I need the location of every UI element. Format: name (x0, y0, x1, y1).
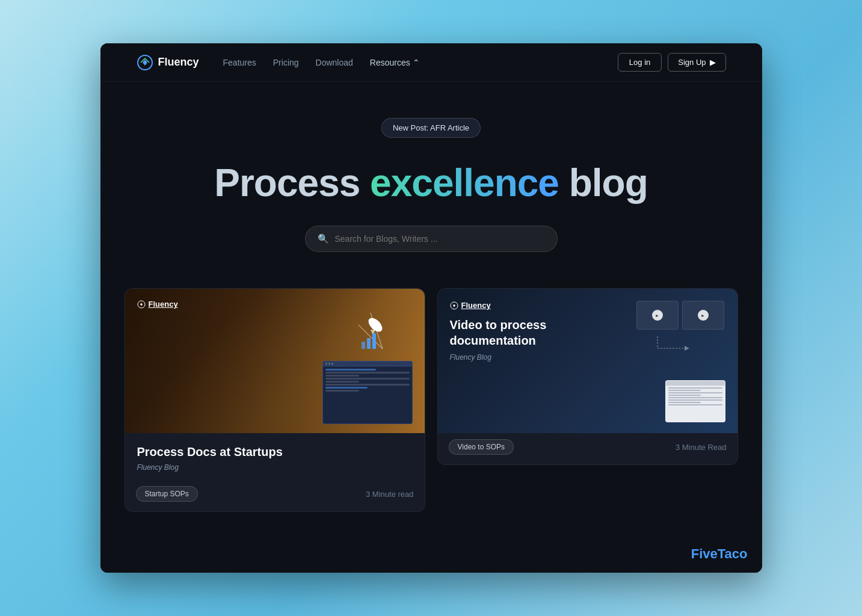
nav-features[interactable]: Features (223, 58, 256, 67)
card-startup-screen (322, 361, 413, 424)
nav-pricing[interactable]: Pricing (273, 58, 299, 67)
card-video-image: Fluency Video to process documentation F… (438, 289, 737, 433)
navbar: Fluency Features Pricing Download Resour… (100, 43, 762, 82)
card-startup-blog-label: Fluency Blog (137, 463, 413, 472)
card-startup-image: Fluency (125, 289, 425, 433)
card-video-tag[interactable]: Video to SOPs (449, 439, 514, 455)
arrow-circle-icon: ▶ (710, 58, 716, 67)
card-startup[interactable]: Fluency (125, 288, 425, 512)
card-startup-logo: Fluency (137, 300, 178, 309)
svg-rect-7 (372, 333, 376, 349)
card-startup-tag[interactable]: Startup SOPs (136, 486, 198, 502)
logo-text: Fluency (158, 56, 199, 69)
logo-icon (137, 54, 153, 71)
card-video[interactable]: Fluency Video to process documentation F… (437, 288, 738, 465)
search-icon: 🔍 (318, 233, 329, 244)
nav-download[interactable]: Download (316, 58, 353, 67)
video-thumb-2: ► (682, 301, 724, 330)
svg-rect-5 (362, 342, 365, 349)
video-thumbnails: ► ► (636, 301, 725, 351)
nav-resources[interactable]: Resources ⌃ (370, 58, 420, 67)
login-button[interactable]: Log in (618, 53, 662, 72)
play-icon-1: ► (652, 310, 663, 321)
watermark: FiveTaco (691, 546, 748, 562)
search-input[interactable] (335, 234, 545, 244)
svg-point-4 (366, 316, 384, 334)
browser-window: Fluency Features Pricing Download Resour… (100, 43, 762, 573)
search-bar[interactable]: 🔍 (305, 226, 558, 252)
hero-title-highlight: excellence (370, 161, 559, 205)
hero-title-after: blog (559, 161, 648, 205)
logo[interactable]: Fluency (137, 54, 199, 71)
signup-button[interactable]: Sign Up ▶ (668, 53, 725, 72)
card-startup-read-time: 3 Minute read (366, 490, 414, 499)
announcement-badge[interactable]: New Post: AFR Article (381, 118, 481, 138)
cards-section: Fluency (100, 288, 762, 512)
hero-title: Process excellence blog (214, 162, 648, 204)
flow-arrows (636, 333, 725, 351)
nav-actions: Log in Sign Up ▶ (618, 53, 726, 72)
card-video-title: Video to process documentation (450, 317, 602, 348)
rocket-icon (352, 307, 389, 357)
play-icon-2: ► (698, 310, 709, 321)
card-video-blog-label: Fluency Blog (450, 353, 725, 362)
doc-preview (665, 380, 725, 422)
hero-title-before: Process (214, 161, 370, 205)
chevron-up-icon: ⌃ (413, 58, 420, 67)
card-video-read-time: 3 Minute Read (676, 443, 727, 452)
card-startup-logo-icon (137, 300, 146, 309)
card-video-logo-icon (450, 301, 458, 310)
card-video-footer: Video to SOPs 3 Minute Read (438, 433, 737, 464)
svg-rect-6 (367, 338, 371, 349)
card-startup-text: Process Docs at Startups Fluency Blog (125, 433, 425, 480)
card-startup-footer: Startup SOPs 3 Minute read (125, 480, 425, 511)
svg-marker-11 (685, 346, 689, 351)
main-content: New Post: AFR Article Process excellence… (100, 82, 762, 573)
video-thumb-1: ► (636, 301, 679, 330)
card-startup-title: Process Docs at Startups (137, 444, 413, 460)
nav-links: Features Pricing Download Resources ⌃ (223, 58, 599, 67)
